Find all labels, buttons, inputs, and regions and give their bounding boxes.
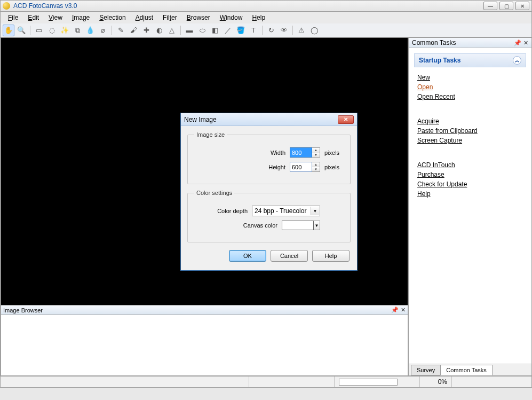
menu-browser[interactable]: Browser xyxy=(182,13,215,22)
width-label: Width xyxy=(271,150,285,156)
titlebar: ACD FotoCanvas v3.0 — ▢ ✕ xyxy=(0,0,532,12)
color-depth-select[interactable]: 24 bpp - Truecolor ▼ xyxy=(252,206,320,216)
collapse-icon[interactable]: ︽ xyxy=(513,56,521,65)
tab-survey[interactable]: Survey xyxy=(411,365,441,375)
image-browser-header: Image Browser 📌 ✕ xyxy=(1,305,408,315)
marquee-tool-icon[interactable]: ▭ xyxy=(33,25,45,36)
pencil-tool-icon[interactable]: ✎ xyxy=(115,25,126,36)
height-label: Height xyxy=(268,164,285,170)
maximize-button[interactable]: ▢ xyxy=(499,2,513,10)
separator xyxy=(262,26,263,35)
common-tasks-panel: Common Tasks 📌 ✕ Startup Tasks ︽ New Ope… xyxy=(408,37,532,376)
help-button[interactable]: Help xyxy=(312,250,350,262)
link-purchase[interactable]: Purchase xyxy=(417,171,523,178)
height-input[interactable] xyxy=(290,162,312,172)
progress-bar xyxy=(339,379,398,386)
minimize-button[interactable]: — xyxy=(483,2,497,10)
separator xyxy=(292,26,293,35)
zoom-tool-icon[interactable]: 🔍 xyxy=(15,25,27,36)
link-open-recent[interactable]: Open Recent xyxy=(417,93,523,100)
toolbar: ✋ 🔍 ▭ ◌ ✨ ⧉ 💧 ⌀ ✎ 🖌 ✚ ◐ △ ▬ ⬭ ◧ ／ 🪣 T ↻ … xyxy=(0,23,532,37)
chevron-down-icon[interactable]: ▼ xyxy=(311,207,319,215)
close-panel-icon[interactable]: ✕ xyxy=(401,307,406,313)
new-image-dialog: New Image ✕ Image size Width ▲▼ pixels H… xyxy=(180,113,358,271)
canvas-color-label: Canvas color xyxy=(243,222,277,229)
cancel-button[interactable]: Cancel xyxy=(271,250,308,262)
separator xyxy=(180,26,181,35)
menu-image[interactable]: Image xyxy=(68,13,94,22)
link-check-update[interactable]: Check for Update xyxy=(417,181,523,188)
pin-icon[interactable]: 📌 xyxy=(514,40,521,46)
close-button[interactable]: ✕ xyxy=(515,2,529,10)
blur-tool-icon[interactable]: ◐ xyxy=(153,25,165,36)
zoom-percent: 0% xyxy=(419,377,451,387)
image-size-legend: Image size xyxy=(194,131,227,138)
menu-help[interactable]: Help xyxy=(248,13,269,22)
ok-button[interactable]: OK xyxy=(229,250,266,262)
image-browser-title: Image Browser xyxy=(3,307,389,313)
crop-tool-icon[interactable]: ⧉ xyxy=(72,25,83,36)
color-settings-legend: Color settings xyxy=(194,190,234,196)
text-tool-icon[interactable]: T xyxy=(248,25,259,36)
link-new[interactable]: New xyxy=(417,74,523,81)
brush-tool-icon[interactable]: 🖌 xyxy=(128,25,139,36)
link-acd-intouch[interactable]: ACD InTouch xyxy=(417,161,523,169)
warning-icon[interactable]: ⚠ xyxy=(296,25,307,36)
shape-ellipse-icon[interactable]: ⬭ xyxy=(196,25,208,36)
menu-view[interactable]: View xyxy=(44,13,67,22)
dialog-close-button[interactable]: ✕ xyxy=(338,115,354,124)
redeye-tool-icon[interactable]: 👁 xyxy=(278,25,290,36)
healing-tool-icon[interactable]: ✚ xyxy=(140,25,152,36)
link-help[interactable]: Help xyxy=(417,190,523,198)
wand-tool-icon[interactable]: ✨ xyxy=(59,25,70,36)
menubar: File Edit View Image Selection Adjust Fi… xyxy=(0,12,532,23)
link-open[interactable]: Open xyxy=(417,83,523,91)
rotate-tool-icon[interactable]: ↻ xyxy=(265,25,277,36)
gradient-tool-icon[interactable]: ◧ xyxy=(209,25,221,36)
hand-tool-icon[interactable]: ✋ xyxy=(3,25,14,36)
link-screen-capture[interactable]: Screen Capture xyxy=(417,137,523,144)
clone-tool-icon[interactable]: ⌀ xyxy=(97,25,109,36)
close-panel-icon[interactable]: ✕ xyxy=(523,40,528,46)
line-tool-icon[interactable]: ／ xyxy=(222,25,234,36)
link-paste-clipboard[interactable]: Paste from Clipboard xyxy=(417,127,523,135)
app-title: ACD FotoCanvas v3.0 xyxy=(13,2,483,10)
bucket-tool-icon[interactable]: 🪣 xyxy=(235,25,247,36)
dialog-title: New Image xyxy=(184,116,338,123)
shape-rect-icon[interactable]: ▬ xyxy=(184,25,195,36)
menu-filter[interactable]: Filter xyxy=(158,13,181,22)
separator xyxy=(112,26,112,35)
tab-common-tasks[interactable]: Common Tasks xyxy=(440,365,493,375)
menu-adjust[interactable]: Adjust xyxy=(131,13,157,22)
link-acquire[interactable]: Acquire xyxy=(417,117,523,125)
canvas-color-swatch[interactable] xyxy=(282,221,314,230)
effect-icon[interactable]: ◯ xyxy=(308,25,320,36)
panel-tabs: Survey Common Tasks xyxy=(409,364,531,375)
app-icon xyxy=(3,2,10,10)
pin-icon[interactable]: 📌 xyxy=(391,307,399,313)
color-picker-icon[interactable]: 💧 xyxy=(84,25,96,36)
menu-file[interactable]: File xyxy=(4,13,22,22)
panel-title: Common Tasks xyxy=(412,39,512,46)
separator xyxy=(30,26,30,35)
menu-edit[interactable]: Edit xyxy=(23,13,43,22)
menu-window[interactable]: Window xyxy=(216,13,247,22)
height-spinner[interactable]: ▲▼ xyxy=(312,162,320,172)
width-spinner[interactable]: ▲▼ xyxy=(312,147,320,158)
image-size-group: Image size Width ▲▼ pixels Height ▲▼ pix… xyxy=(187,131,351,184)
sharpen-tool-icon[interactable]: △ xyxy=(166,25,178,36)
menu-selection[interactable]: Selection xyxy=(95,13,130,22)
lasso-tool-icon[interactable]: ◌ xyxy=(46,25,58,36)
canvas-color-dropdown[interactable]: ▼ xyxy=(314,221,320,230)
color-depth-label: Color depth xyxy=(217,208,248,214)
width-input[interactable] xyxy=(290,147,312,158)
statusbar: 0% xyxy=(0,376,532,388)
startup-tasks-header[interactable]: Startup Tasks ︽ xyxy=(414,53,526,67)
image-browser-body[interactable] xyxy=(1,315,408,376)
color-settings-group: Color settings Color depth 24 bpp - True… xyxy=(187,190,351,242)
